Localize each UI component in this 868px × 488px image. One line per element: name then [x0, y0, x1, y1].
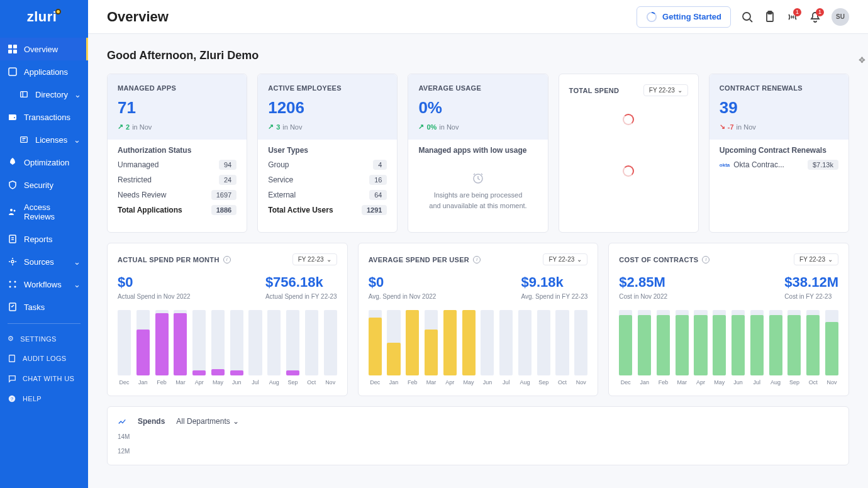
chart-title: ACTUAL SPEND PER MONTH — [118, 256, 220, 263]
bar: Nov — [574, 310, 587, 385]
greeting: Good Afternoon, Zluri Demo — [107, 49, 849, 62]
bar-chart: DecJanFebMarAprMayJunJulAugSepOctNov — [118, 310, 337, 385]
kpi-value: 39 — [720, 98, 838, 118]
sidebar-reports[interactable]: Reports — [0, 228, 88, 250]
chart-metric-label: Avg. Spend in Nov 2022 — [369, 293, 437, 300]
sidebar-overview[interactable]: Overview — [0, 38, 88, 60]
sources-icon — [8, 257, 18, 267]
shield-icon — [8, 180, 18, 190]
sidebar-applications[interactable]: Applications — [0, 60, 88, 83]
bar: Jan — [136, 310, 150, 385]
sidebar-item-label: Directory — [35, 90, 68, 99]
bar: May — [713, 310, 726, 385]
chart-cost-of-contracts: COST OF CONTRACTSiFY 22-23⌄$2.85MCost in… — [608, 243, 849, 396]
spends-tab[interactable]: Spends — [138, 417, 165, 426]
bar: Jan — [387, 310, 400, 385]
directory-icon — [19, 89, 29, 99]
bar-label: Nov — [325, 379, 335, 385]
move-handle-icon[interactable]: ✥ — [859, 55, 865, 65]
list-item[interactable]: Service16 — [268, 175, 387, 185]
sidebar-chat[interactable]: CHAT WITH US — [0, 369, 88, 389]
bar: Sep — [286, 310, 299, 385]
info-icon[interactable]: i — [473, 256, 481, 263]
list-item[interactable]: Group4 — [268, 160, 387, 170]
svg-rect-1 — [13, 45, 17, 48]
sidebar-item-label: Sources — [24, 257, 54, 267]
chevron-down-icon: ⌄ — [577, 256, 582, 263]
user-avatar[interactable]: SU — [832, 8, 849, 26]
bar-label: Feb — [157, 379, 167, 385]
bar-label: Sep — [288, 379, 298, 385]
brand-logo[interactable]: zluri — [0, 0, 88, 34]
license-icon — [19, 135, 29, 145]
chart-metric-label: Cost in FY 22-23 — [784, 293, 838, 300]
getting-started-button[interactable]: Getting Started — [637, 6, 731, 28]
bar-label: Aug — [269, 379, 279, 385]
fy-select[interactable]: FY 22-23⌄ — [794, 253, 838, 265]
kpi-label: ACTIVE EMPLOYEES — [268, 84, 387, 92]
page-title: Overview — [107, 9, 169, 25]
bell-icon[interactable]: 1 — [809, 11, 821, 23]
bar: Oct — [305, 310, 318, 385]
clipboard-icon[interactable] — [764, 11, 776, 23]
fy-select[interactable]: FY 22-23⌄ — [643, 84, 688, 96]
trend-up-icon: ↗ — [418, 123, 424, 131]
svg-point-15 — [14, 286, 16, 288]
sidebar-workflows[interactable]: Workflows ⌄ — [0, 273, 88, 296]
sidebar-settings[interactable]: ⚙ SETTINGS — [0, 329, 88, 348]
svg-point-20 — [647, 12, 656, 21]
kpi-trend: ↘ -7 in Nov — [720, 123, 838, 131]
bar: Feb — [155, 310, 169, 385]
users-icon — [8, 207, 18, 217]
bar: Jun — [230, 310, 243, 385]
trend-up-icon: ↗ — [268, 123, 274, 131]
info-icon[interactable]: i — [223, 256, 231, 263]
sidebar-access-reviews[interactable]: Access Reviews — [0, 196, 88, 228]
logo-dot-icon — [55, 9, 61, 14]
sidebar-item-label: CHAT WITH US — [23, 375, 74, 382]
kpi-value: 0% — [418, 98, 537, 118]
fy-select[interactable]: FY 22-23⌄ — [292, 253, 337, 265]
loading-spinner-icon — [623, 114, 634, 125]
sidebar-optimization[interactable]: Optimization — [0, 151, 88, 174]
department-select[interactable]: All Departments ⌄ — [176, 417, 238, 426]
chevron-down-icon: ⌄ — [74, 280, 81, 289]
renewal-item[interactable]: okta Okta Contrac... $7.13k — [720, 160, 838, 170]
broadcast-icon[interactable]: 1 — [786, 11, 799, 23]
fy-select[interactable]: FY 22-23⌄ — [543, 253, 587, 265]
kpi-trend: ↗ 0% in Nov — [418, 123, 537, 131]
chart-metric-label: Avg. Spend in FY 22-23 — [521, 293, 588, 300]
bar-label: May — [714, 379, 725, 385]
sidebar-licenses[interactable]: Licenses ⌄ — [0, 128, 88, 151]
kpi-label: TOTAL SPEND — [569, 87, 620, 94]
bar-label: Jun — [232, 379, 242, 385]
list-item[interactable]: External64 — [268, 190, 387, 200]
sidebar-directory[interactable]: Directory ⌄ — [0, 83, 88, 106]
bar-label: Sep — [538, 379, 548, 385]
bar: Feb — [657, 310, 670, 385]
sidebar-sources[interactable]: Sources ⌄ — [0, 250, 88, 273]
svg-rect-2 — [8, 50, 12, 53]
svg-rect-17 — [9, 355, 15, 362]
sidebar-help[interactable]: ? HELP — [0, 389, 88, 409]
sidebar-audit-logs[interactable]: AUDIT LOGS — [0, 348, 88, 369]
y-axis-tick: 12M — [118, 448, 838, 455]
svg-point-21 — [743, 13, 750, 20]
y-axis-tick: 14M — [118, 433, 838, 440]
search-icon[interactable] — [741, 11, 754, 23]
list-item[interactable]: Needs Review1697 — [118, 190, 236, 200]
sidebar-tasks[interactable]: Tasks — [0, 296, 88, 318]
list-item[interactable]: Unmanaged94 — [118, 160, 236, 170]
sidebar-item-label: Access Reviews — [24, 202, 81, 221]
bar: Oct — [806, 310, 820, 385]
list-item[interactable]: Restricted24 — [118, 175, 236, 185]
sidebar-security[interactable]: Security — [0, 174, 88, 196]
list-item-total: Total Applications1886 — [118, 205, 236, 215]
sidebar-transactions[interactable]: Transactions — [0, 106, 88, 128]
notification-badge: 1 — [816, 8, 824, 16]
svg-text:?: ? — [11, 397, 13, 401]
bar-label: Nov — [576, 379, 586, 385]
info-icon[interactable]: i — [702, 256, 709, 263]
trend-down-icon: ↘ — [720, 123, 725, 131]
sidebar-item-label: Overview — [24, 45, 58, 54]
